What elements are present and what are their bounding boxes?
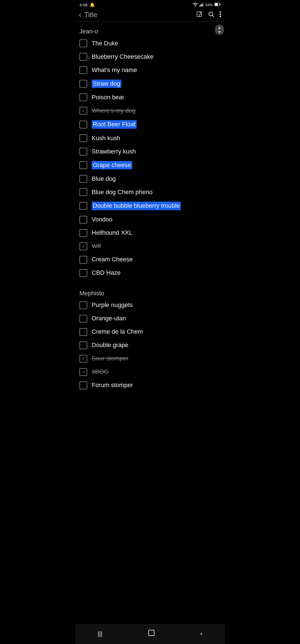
- list-item[interactable]: What's my name: [75, 63, 225, 77]
- list-item[interactable]: 3BOG: [75, 365, 225, 379]
- item-label-hellhound-xxl: Hellhound XXL: [92, 229, 132, 236]
- home-button[interactable]: [141, 628, 162, 640]
- item-label-blue-dog-chem-pheno: Blue dog Chem pheno: [92, 189, 152, 196]
- recent-apps-button[interactable]: |||: [91, 629, 109, 638]
- list-item[interactable]: Wtf: [75, 240, 225, 253]
- item-label-wtf: Wtf: [92, 242, 101, 250]
- list-item[interactable]: Sour stomper: [75, 352, 225, 365]
- item-label-purple-nuggets: Purple nuggets: [92, 301, 133, 309]
- scroll-down-icon[interactable]: ▼: [218, 30, 221, 34]
- checkbox-whats-my-name[interactable]: [79, 66, 87, 74]
- scroll-up-icon[interactable]: ▲: [218, 26, 221, 29]
- checkbox-root-beer-float[interactable]: [79, 121, 87, 128]
- status-bar: 4:08 🔔 64%: [75, 0, 225, 8]
- checkbox-forum-stomper[interactable]: [79, 382, 87, 389]
- list-item[interactable]: CBD Haze: [75, 266, 225, 280]
- svg-point-9: [209, 12, 213, 16]
- item-label-double-grape: Double grape: [92, 341, 128, 349]
- item-label-grape-cheese: Grape cheese: [92, 161, 132, 169]
- checkbox-grape-cheese[interactable]: [79, 161, 87, 169]
- svg-line-10: [212, 15, 214, 17]
- list-item[interactable]: Hellhound XXL: [75, 226, 225, 240]
- edit-button[interactable]: [196, 11, 203, 19]
- time-display: 4:08: [79, 3, 88, 7]
- item-label-straw-dog: Straw dog: [92, 80, 121, 88]
- item-label-poison-bear: Poison bear: [92, 94, 124, 101]
- svg-rect-4: [203, 3, 204, 6]
- checkbox-kush-kush[interactable]: [79, 134, 87, 142]
- bottom-nav: ||| ‹: [75, 624, 225, 644]
- section-header-jean-o: Jean-o: [75, 24, 225, 37]
- list-item[interactable]: Root Beer Float: [75, 117, 225, 131]
- list-item[interactable]: Kush kush: [75, 132, 225, 145]
- list-item[interactable]: Creme de la Chem: [75, 325, 225, 339]
- list-item[interactable]: Double grape: [75, 339, 225, 352]
- item-label-blue-dog: Blue dog: [92, 175, 116, 182]
- item-label-strawberry-kush: Strawberry kush: [92, 148, 136, 155]
- list-item[interactable]: Double bubble blueberry trouble: [75, 199, 225, 213]
- checkbox-cbd-haze[interactable]: [79, 269, 87, 277]
- checkbox-blue-dog-chem-pheno[interactable]: [79, 188, 87, 196]
- list-item[interactable]: Orange-utan: [75, 312, 225, 325]
- item-label-forum-stomper: Forum stomper: [92, 382, 133, 389]
- page-title: Title: [84, 11, 193, 19]
- checkbox-creme-de-la-chem[interactable]: [79, 328, 87, 336]
- list-item[interactable]: Blue dog Chem pheno: [75, 185, 225, 199]
- list-item[interactable]: Strawberry kush: [75, 145, 225, 158]
- checkbox-straw-dog[interactable]: [79, 80, 87, 88]
- list-item[interactable]: Where's my dog: [75, 104, 225, 117]
- checkbox-purple-nuggets[interactable]: [79, 301, 87, 309]
- list-item[interactable]: Purple nuggets: [75, 299, 225, 312]
- search-button[interactable]: [208, 11, 214, 19]
- item-label-blueberry-cheesecake: Blueberry Cheesecake: [92, 53, 154, 60]
- main-content: ▲ ▼ Jean-o The Duke Blueberry Cheesecake…: [75, 22, 225, 414]
- svg-point-12: [220, 13, 221, 15]
- scroll-indicator[interactable]: ▲ ▼: [215, 24, 224, 35]
- checkbox-sour-stomper[interactable]: [79, 355, 87, 363]
- checkbox-cream-cheese[interactable]: [79, 256, 87, 264]
- svg-rect-1: [199, 5, 200, 6]
- checkbox-double-grape[interactable]: [79, 341, 87, 349]
- checkbox-strawberry-kush[interactable]: [79, 148, 87, 155]
- checkbox-voodoo[interactable]: [79, 216, 87, 224]
- list-item[interactable]: Grape cheese: [75, 158, 225, 172]
- list-item[interactable]: The Duke: [75, 37, 225, 50]
- checkbox-3bog[interactable]: [79, 368, 87, 376]
- status-right: 64%: [193, 3, 221, 7]
- item-label-orange-utan: Orange-utan: [92, 315, 126, 322]
- signal-icon: [199, 3, 204, 7]
- svg-point-0: [195, 5, 196, 6]
- section-header-mephisto: Mephisto: [75, 286, 225, 299]
- section-gap: [75, 280, 225, 286]
- checkbox-blue-dog[interactable]: [79, 175, 87, 183]
- header-actions: [196, 11, 221, 19]
- list-item[interactable]: Forum stomper: [75, 379, 225, 392]
- back-nav-button[interactable]: ‹: [194, 629, 209, 638]
- checkbox-the-duke[interactable]: [79, 39, 87, 47]
- more-options-button[interactable]: [219, 11, 221, 19]
- checkbox-hellhound-xxl[interactable]: [79, 229, 87, 237]
- svg-rect-3: [202, 4, 202, 6]
- item-label-the-duke: The Duke: [92, 40, 118, 47]
- checkbox-double-bubble[interactable]: [79, 202, 87, 210]
- checkbox-orange-utan[interactable]: [79, 315, 87, 323]
- list-item[interactable]: Blueberry Cheesecake: [75, 50, 225, 63]
- checkbox-wtf[interactable]: [79, 242, 87, 250]
- status-left: 4:08 🔔: [79, 2, 95, 7]
- svg-rect-6: [220, 4, 221, 5]
- list-item[interactable]: Blue dog: [75, 172, 225, 185]
- item-label-cream-cheese: Cream Cheese: [92, 256, 133, 263]
- list-item[interactable]: Voodoo: [75, 213, 225, 226]
- checkbox-wheres-my-dog[interactable]: [79, 107, 87, 115]
- list-item[interactable]: Poison bear: [75, 91, 225, 104]
- back-button[interactable]: ‹: [79, 11, 81, 19]
- item-label-3bog: 3BOG: [92, 368, 109, 375]
- list-item[interactable]: Straw dog: [75, 77, 225, 91]
- svg-point-11: [220, 11, 221, 13]
- item-label-creme-de-la-chem: Creme de la Chem: [92, 328, 143, 335]
- item-label-sour-stomper: Sour stomper: [92, 355, 128, 362]
- checkbox-blueberry-cheesecake[interactable]: [79, 53, 87, 61]
- list-item[interactable]: Cream Cheese: [75, 253, 225, 266]
- checkbox-poison-bear[interactable]: [79, 93, 87, 101]
- notification-icon: 🔔: [90, 2, 95, 7]
